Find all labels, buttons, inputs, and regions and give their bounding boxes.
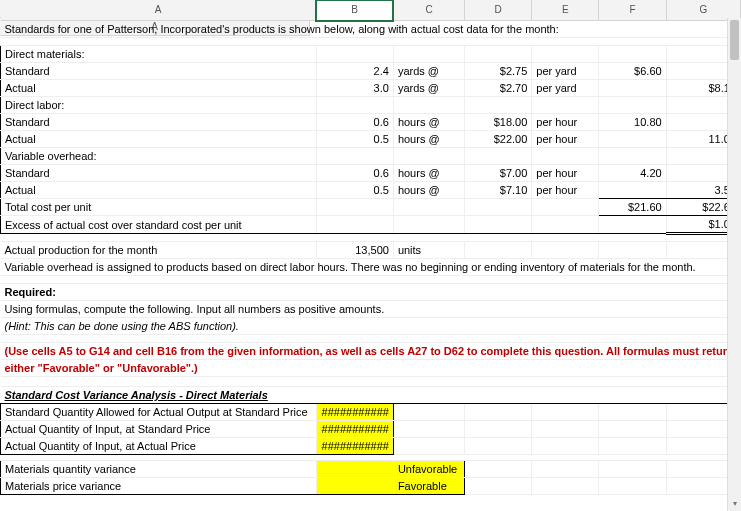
dl-std-qty[interactable]: 0.6	[316, 114, 393, 131]
vo-std-total[interactable]: 4.20	[599, 165, 666, 182]
label-total-cost: Total cost per unit	[1, 199, 317, 216]
label-std-qty-allowed: Standard Quantity Allowed for Actual Out…	[1, 404, 317, 421]
input-std-qty-allowed[interactable]: ###########	[316, 404, 393, 421]
label-materials-qty-variance: Materials quantity variance	[1, 461, 317, 478]
intro-text: Standards for one of Patterson, Incorpor…	[1, 21, 741, 38]
dm-std-unit: yards @	[393, 63, 464, 80]
vo-act-price[interactable]: $7.10	[465, 182, 532, 199]
label-actual-production: Actual production for the month	[1, 242, 317, 259]
vo-std-qty[interactable]: 0.6	[316, 165, 393, 182]
label-actual-qty-std-price: Actual Quantity of Input, at Standard Pr…	[1, 421, 317, 438]
dm-act-per: per yard	[532, 80, 599, 97]
label-dl-standard: Standard	[1, 114, 317, 131]
dm-std-qty[interactable]: 2.4	[316, 63, 393, 80]
vo-std-price[interactable]: $7.00	[465, 165, 532, 182]
section-heading-variance: Standard Cost Variance Analysis - Direct…	[1, 387, 741, 404]
actual-production-value[interactable]: 13,500	[316, 242, 393, 259]
spacer	[1, 276, 741, 284]
dl-act-price[interactable]: $22.00	[465, 131, 532, 148]
label-direct-labor: Direct labor:	[1, 97, 317, 114]
spacer	[1, 234, 741, 242]
label-variable-overhead: Variable overhead:	[1, 148, 317, 165]
col-header-D[interactable]: D	[465, 0, 532, 21]
dm-act-unit: yards @	[393, 80, 464, 97]
worksheet[interactable]: A B C D E F G Standards for one of Patte…	[0, 0, 741, 495]
dm-std-total[interactable]: $6.60	[599, 63, 666, 80]
col-header-A[interactable]: A	[1, 0, 317, 21]
vo-act-qty[interactable]: 0.5	[316, 182, 393, 199]
note-overhead: Variable overhead is assigned to product…	[1, 259, 741, 276]
label-dm-actual: Actual	[1, 80, 317, 97]
dl-std-total[interactable]: 10.80	[599, 114, 666, 131]
spacer	[1, 335, 741, 343]
label-direct-materials: Direct materials:	[1, 46, 317, 63]
units-label: units	[393, 242, 464, 259]
result-materials-qty-variance[interactable]: Unfavorable	[393, 461, 464, 478]
label-excess: Excess of actual cost over standard cost…	[1, 216, 317, 234]
hint-text: (Hint: This can be done using the ABS fu…	[1, 318, 741, 335]
input-actual-qty-std-price[interactable]: ###########	[316, 421, 393, 438]
dm-act-qty[interactable]: 3.0	[316, 80, 393, 97]
label-vo-actual: Actual	[1, 182, 317, 199]
dm-std-price[interactable]: $2.75	[465, 63, 532, 80]
spacer	[1, 38, 741, 46]
col-header-B[interactable]: B	[316, 0, 393, 21]
scroll-thumb[interactable]	[730, 20, 739, 60]
dm-std-per: per yard	[532, 63, 599, 80]
scroll-down-icon[interactable]: ▾	[728, 497, 741, 511]
input-actual-qty-actual-price[interactable]: ###########	[316, 438, 393, 455]
col-header-C[interactable]: C	[393, 0, 464, 21]
label-dl-actual: Actual	[1, 131, 317, 148]
label-materials-price-variance: Materials price variance	[1, 478, 317, 495]
dm-act-price[interactable]: $2.70	[465, 80, 532, 97]
instruction-line1: (Use cells A5 to G14 and cell B16 from t…	[1, 343, 741, 360]
spacer	[1, 377, 741, 387]
label-vo-standard: Standard	[1, 165, 317, 182]
label-dm-standard: Standard	[1, 63, 317, 80]
required-text: Using formulas, compute the following. I…	[1, 301, 741, 318]
dl-std-price[interactable]: $18.00	[465, 114, 532, 131]
col-header-E[interactable]: E	[532, 0, 599, 21]
result-materials-price-variance[interactable]: Favorable	[393, 478, 464, 495]
dl-act-qty[interactable]: 0.5	[316, 131, 393, 148]
col-header-F[interactable]: F	[599, 0, 666, 21]
input-materials-price-variance[interactable]	[316, 478, 393, 495]
required-heading: Required:	[1, 284, 741, 301]
total-std[interactable]: $21.60	[599, 199, 666, 216]
instruction-line2: either "Favorable" or "Unfavorable".)	[1, 360, 741, 377]
vertical-scrollbar[interactable]: ▴ ▾	[727, 18, 741, 511]
input-materials-qty-variance[interactable]	[316, 461, 393, 478]
label-actual-qty-actual-price: Actual Quantity of Input, at Actual Pric…	[1, 438, 317, 455]
